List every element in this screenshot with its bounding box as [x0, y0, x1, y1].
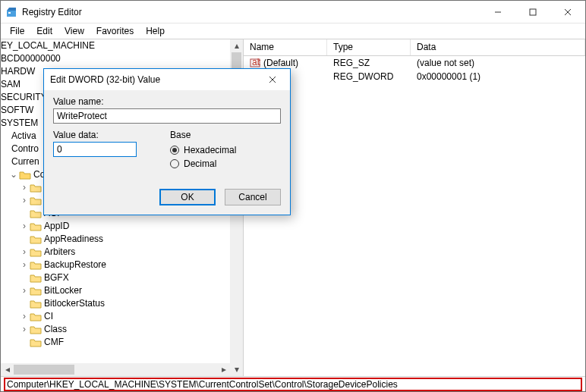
value-data: 0x00000001 (1) — [411, 71, 585, 82]
menubar: File Edit View Favorites Help — [1, 24, 585, 39]
tree-item[interactable]: ›Arbiters — [1, 246, 230, 259]
folder-icon — [30, 325, 42, 335]
scroll-right-icon[interactable]: ▸ — [217, 363, 230, 376]
tree-item[interactable]: ›Class — [1, 323, 230, 336]
folder-icon — [30, 337, 42, 348]
titlebar[interactable]: Registry Editor — [1, 1, 585, 24]
tree-item[interactable]: ›BackupRestore — [1, 259, 230, 271]
svg-rect-0 — [7, 11, 16, 17]
folder-icon — [30, 209, 42, 219]
minimize-button[interactable] — [480, 1, 515, 24]
tree-item[interactable]: BGFX — [1, 271, 230, 284]
cancel-button[interactable]: Cancel — [225, 189, 281, 205]
menu-edit[interactable]: Edit — [30, 24, 58, 38]
value-name: (Default) — [263, 58, 298, 68]
chevron-right-icon[interactable]: › — [19, 220, 30, 233]
folder-open-icon — [19, 170, 31, 180]
tree-item[interactable]: ›BitLocker — [1, 284, 230, 297]
tree-item[interactable]: CMF — [1, 336, 230, 349]
status-path-highlight: Computer\HKEY_LOCAL_MACHINE\SYSTEM\Curre… — [4, 378, 582, 391]
chevron-right-icon[interactable]: › — [19, 259, 30, 271]
label-value-data: Value data: — [53, 130, 152, 140]
close-button[interactable] — [550, 1, 585, 24]
list-header: Name Type Data — [244, 39, 585, 56]
table-row[interactable]: ect REG_DWORD 0x00000001 (1) — [244, 70, 585, 83]
column-data[interactable]: Data — [411, 39, 585, 55]
registry-editor-window: Registry Editor File Edit View Favorites… — [0, 0, 586, 392]
chevron-right-icon[interactable]: › — [19, 323, 30, 336]
value-type: REG_DWORD — [327, 71, 411, 82]
radio-decimal[interactable]: Decimal — [170, 157, 281, 171]
menu-view[interactable]: View — [58, 24, 90, 38]
svg-marker-1 — [7, 8, 16, 11]
folder-icon — [30, 247, 42, 258]
chevron-right-icon[interactable]: › — [19, 310, 30, 323]
folder-icon — [30, 221, 42, 232]
column-type[interactable]: Type — [327, 39, 411, 55]
radio-hexadecimal[interactable]: Hexadecimal — [170, 143, 281, 157]
value-type: REG_SZ — [327, 58, 411, 68]
table-row[interactable]: ab (Default) REG_SZ (value not set) — [244, 56, 585, 70]
scroll-left-icon[interactable]: ◂ — [1, 363, 14, 376]
folder-icon — [30, 312, 42, 322]
group-base-label: Base — [170, 130, 281, 140]
folder-icon — [30, 286, 42, 296]
folder-icon — [30, 234, 42, 245]
value-name-input[interactable] — [53, 108, 281, 124]
radio-selected-icon — [170, 146, 179, 155]
tree-item[interactable]: ›CI — [1, 310, 230, 323]
label-value-name: Value name: — [53, 96, 281, 107]
folder-icon — [30, 196, 42, 206]
menu-help[interactable]: Help — [140, 24, 171, 38]
chevron-down-icon[interactable]: ⌄ — [8, 168, 19, 181]
scrollbar-thumb[interactable] — [14, 365, 74, 375]
list-body: ab (Default) REG_SZ (value not set) ect … — [244, 56, 585, 83]
svg-rect-4 — [530, 9, 536, 15]
chevron-right-icon[interactable]: › — [19, 181, 30, 194]
string-value-icon: ab — [250, 58, 260, 68]
svg-rect-2 — [8, 12, 11, 14]
tree-item[interactable]: ›AppID — [1, 220, 230, 233]
horizontal-scrollbar[interactable]: ◂ ▸ — [1, 363, 230, 376]
tree-item[interactable]: BCD00000000 — [1, 52, 230, 65]
value-data-input[interactable] — [53, 142, 137, 157]
folder-icon — [30, 260, 42, 271]
scroll-up-icon[interactable]: ▴ — [230, 39, 243, 52]
values-pane: Name Type Data ab (Default) REG_SZ (valu… — [244, 39, 585, 376]
tree-item[interactable]: EY_LOCAL_MACHINE — [1, 39, 230, 52]
edit-dword-dialog: Edit DWORD (32-bit) Value Value name: Va… — [43, 68, 291, 215]
chevron-right-icon[interactable]: › — [19, 284, 30, 297]
chevron-right-icon[interactable]: › — [19, 194, 30, 207]
menu-favorites[interactable]: Favorites — [90, 24, 140, 38]
folder-icon — [30, 273, 42, 284]
column-name[interactable]: Name — [244, 39, 327, 55]
folder-icon — [30, 299, 42, 309]
scrollbar-track[interactable] — [14, 363, 217, 376]
tree-item[interactable]: BitlockerStatus — [1, 297, 230, 310]
chevron-right-icon[interactable]: › — [19, 246, 30, 259]
dialog-titlebar[interactable]: Edit DWORD (32-bit) Value — [44, 69, 290, 90]
folder-icon — [30, 183, 42, 193]
dialog-title: Edit DWORD (32-bit) Value — [50, 74, 261, 85]
value-data: (value not set) — [411, 58, 585, 68]
maximize-button[interactable] — [515, 1, 550, 24]
tree-item[interactable]: AppReadiness — [1, 233, 230, 246]
radio-unselected-icon — [170, 159, 179, 168]
status-path: Computer\HKEY_LOCAL_MACHINE\SYSTEM\Curre… — [7, 379, 398, 390]
window-title: Registry Editor — [22, 7, 480, 17]
ok-button[interactable]: OK — [159, 189, 216, 205]
scroll-down-icon[interactable]: ▾ — [230, 363, 243, 376]
status-bar: Computer\HKEY_LOCAL_MACHINE\SYSTEM\Curre… — [1, 376, 585, 391]
menu-file[interactable]: File — [4, 24, 30, 38]
svg-text:ab: ab — [252, 58, 260, 67]
app-icon — [5, 6, 17, 18]
dialog-close-button[interactable] — [261, 69, 284, 90]
